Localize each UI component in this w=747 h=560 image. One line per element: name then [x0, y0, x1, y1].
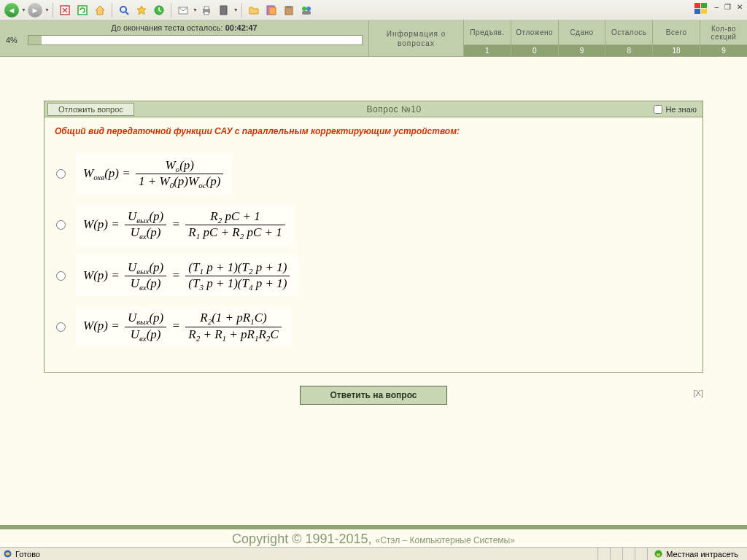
svg-rect-11 — [269, 7, 276, 15]
svg-rect-8 — [204, 12, 209, 15]
dontknow-label[interactable]: Не знаю — [654, 105, 703, 114]
nav-forward-button: ► — [27, 2, 43, 18]
sections-value: 9 — [700, 44, 747, 56]
answer-radio-1[interactable] — [56, 169, 66, 179]
question-prompt: Общий вид передаточной функции САУ с пар… — [55, 126, 692, 136]
timer-value: 00:42:47 — [225, 23, 258, 32]
folder-icon[interactable] — [246, 2, 262, 18]
postpone-button[interactable]: Отложить вопрос — [47, 103, 134, 116]
sections-head: Кол-во секций — [700, 20, 747, 44]
answer-option-4: W(p) = Uвых(p)Uвх(p) = R2(1 + pR1C)R2 + … — [55, 306, 692, 347]
mail-dropdown[interactable]: ▼ — [193, 7, 198, 12]
stat-head: Сдано — [559, 20, 605, 44]
stat-col-3: Осталось8 — [605, 20, 652, 56]
stat-col-4: Всего18 — [652, 20, 700, 56]
window-controls: – ❐ ✕ — [713, 3, 744, 11]
answer-radio-3[interactable] — [56, 271, 66, 281]
messenger-icon[interactable] — [298, 2, 314, 18]
stat-value: 1 — [464, 44, 511, 56]
stat-col-0: Предъяв.1 — [463, 20, 511, 56]
test-header: До окончания теста осталось: 00:42:47 4%… — [0, 20, 747, 57]
stat-value: 18 — [653, 44, 700, 56]
svg-rect-9 — [220, 6, 227, 15]
stat-head: Предъяв. — [464, 20, 511, 44]
stat-value: 8 — [605, 44, 652, 56]
back-dropdown[interactable]: ▼ — [21, 7, 26, 12]
question-body: Общий вид передаточной функции САУ с пар… — [44, 117, 703, 372]
svg-rect-1 — [78, 6, 87, 15]
research-icon[interactable] — [263, 2, 279, 18]
question-title: Вопрос №10 — [134, 104, 654, 114]
formula-3: W(p) = Uвых(p)Uвх(p) = (T1 p + 1)(T2 p +… — [76, 256, 299, 297]
minimize-button[interactable]: – — [713, 3, 720, 11]
edit-icon[interactable] — [216, 2, 232, 18]
svg-rect-18 — [701, 3, 707, 8]
clipboard-icon[interactable] — [281, 2, 297, 18]
status-ready: Готово — [15, 550, 40, 559]
stat-head: Отложено — [511, 20, 558, 44]
status-zone: Местная интрасеть — [647, 548, 744, 560]
svg-rect-23 — [657, 553, 660, 556]
stop-icon[interactable] — [57, 2, 73, 18]
refresh-icon[interactable] — [74, 2, 90, 18]
close-button[interactable]: ✕ — [735, 3, 744, 11]
timer-section: До окончания теста осталось: 00:42:47 4% — [0, 20, 368, 56]
progress-bar — [28, 35, 363, 45]
svg-rect-7 — [204, 7, 209, 9]
svg-point-14 — [302, 7, 306, 11]
edit-dropdown[interactable]: ▼ — [233, 7, 239, 12]
stat-col-1: Отложено0 — [511, 20, 558, 56]
formula-2: W(p) = Uвых(p)Uвх(p) = R2 pC + 1R1 pC + … — [76, 205, 295, 246]
answer-option-2: W(p) = Uвых(p)Uвх(p) = R2 pC + 1R1 pC + … — [55, 205, 692, 246]
svg-rect-20 — [701, 9, 707, 14]
svg-line-3 — [125, 12, 128, 15]
svg-point-2 — [120, 7, 126, 12]
svg-rect-16 — [302, 11, 311, 15]
stat-head: Осталось — [605, 20, 652, 44]
history-icon[interactable] — [151, 2, 167, 18]
formula-4: W(p) = Uвых(p)Uвх(p) = R2(1 + pR1C)R2 + … — [76, 306, 291, 347]
home-icon[interactable] — [92, 2, 108, 18]
sections-column: Кол-во секций 9 — [700, 20, 747, 56]
windows-logo — [693, 1, 711, 16]
submit-answer-button[interactable]: Ответить на вопрос — [300, 386, 446, 405]
svg-rect-17 — [694, 3, 700, 8]
dontknow-checkbox[interactable] — [654, 105, 662, 114]
answer-option-3: W(p) = Uвых(p)Uвх(p) = (T1 p + 1)(T2 p +… — [55, 256, 692, 297]
stat-value: 0 — [511, 44, 558, 56]
stat-value: 9 — [559, 44, 605, 56]
formula-1: Wохв(p) = Wo(p)1 + W0(p)Woc(p) — [76, 154, 233, 195]
stat-col-2: Сдано9 — [558, 20, 605, 56]
close-x-button[interactable]: [X] — [694, 389, 703, 397]
answer-bar: Ответить на вопрос [X] — [44, 386, 703, 405]
zone-icon — [654, 549, 663, 559]
svg-rect-19 — [694, 9, 700, 14]
info-label: Информация о вопросах — [369, 20, 463, 56]
svg-rect-13 — [287, 6, 291, 8]
browser-toolbar: ◄ ▼ ► ▼ ▼ ▼ – — [0, 0, 747, 20]
status-bar: Готово Местная интрасеть — [0, 547, 747, 560]
question-header: Отложить вопрос Вопрос №10 Не знаю — [44, 101, 703, 117]
footer-separator — [0, 525, 747, 529]
answer-radio-2[interactable] — [56, 220, 66, 230]
answer-option-1: Wохв(p) = Wo(p)1 + W0(p)Woc(p) — [55, 154, 692, 195]
timer-label: До окончания теста осталось: — [111, 23, 225, 32]
copyright: Copyright © 1991-2015, «Стэл – Компьютер… — [0, 532, 747, 547]
fwd-dropdown[interactable]: ▼ — [44, 7, 50, 12]
ie-icon — [3, 549, 12, 559]
nav-back-button[interactable]: ◄ — [4, 2, 20, 18]
favorites-icon[interactable] — [133, 2, 150, 18]
progress-percent: 4% — [6, 36, 28, 44]
question-box: Отложить вопрос Вопрос №10 Не знаю Общий… — [44, 101, 703, 373]
print-icon[interactable] — [198, 2, 214, 18]
content-area: Отложить вопрос Вопрос №10 Не знаю Общий… — [0, 57, 747, 405]
svg-point-15 — [306, 7, 311, 11]
info-column[interactable]: Информация о вопросах — [368, 20, 463, 56]
maximize-button[interactable]: ❐ — [723, 3, 732, 11]
answer-radio-4[interactable] — [56, 322, 66, 332]
stat-head: Всего — [653, 20, 700, 44]
mail-icon[interactable] — [175, 2, 191, 18]
search-icon[interactable] — [116, 2, 132, 18]
stats-table: Предъяв.1Отложено0Сдано9Осталось8Всего18 — [463, 20, 700, 56]
